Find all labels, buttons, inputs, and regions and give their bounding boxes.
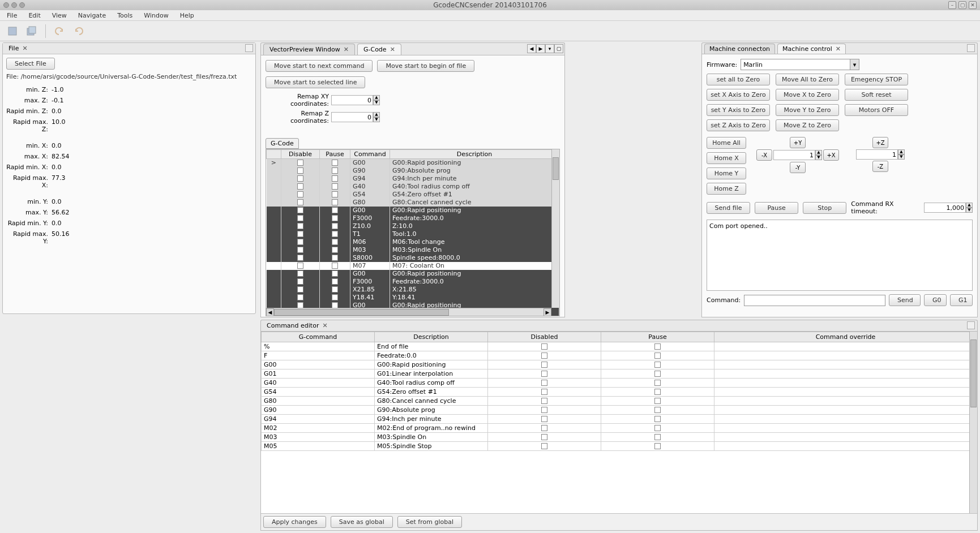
set-y-zero-button[interactable]: set Y Axis to Zero xyxy=(707,104,770,116)
save-as-global-button[interactable]: Save as global xyxy=(331,516,393,528)
editor-row[interactable]: G90 G90:Absolute prog xyxy=(262,406,977,415)
gcode-row[interactable]: S8000 Spindle speed:8000.0 xyxy=(267,254,559,262)
gcode-inner-tab[interactable]: G-Code xyxy=(266,138,299,149)
editor-override[interactable] xyxy=(714,433,977,442)
close-icon[interactable]: ✕ xyxy=(322,322,327,329)
disabled-checkbox[interactable] xyxy=(541,398,547,404)
disable-checkbox[interactable] xyxy=(297,183,303,190)
move-x-zero-button[interactable]: Move X to Zero xyxy=(776,89,839,101)
close-icon[interactable]: ✕ xyxy=(22,45,27,52)
editor-override[interactable] xyxy=(714,342,977,351)
pause-checkbox[interactable] xyxy=(654,343,661,350)
gcode-col-description[interactable]: Description xyxy=(390,150,559,159)
jog-minus-x-button[interactable]: -X xyxy=(756,149,772,161)
pause-checkbox[interactable] xyxy=(332,270,338,277)
spinner-down-icon[interactable]: ▼ xyxy=(815,155,822,160)
editor-override[interactable] xyxy=(714,397,977,406)
horizontal-scrollbar[interactable]: ◀ ▶ xyxy=(266,308,551,316)
pause-checkbox[interactable] xyxy=(654,425,661,431)
gcode-row[interactable]: M03 M03:Spindle On xyxy=(267,246,559,254)
close-icon[interactable]: ✕ xyxy=(390,46,395,53)
command-input[interactable] xyxy=(744,295,885,306)
pause-checkbox[interactable] xyxy=(332,255,338,261)
set-z-zero-button[interactable]: set Z Axis to Zero xyxy=(707,119,770,131)
firmware-select[interactable]: Marlin ▾ xyxy=(741,59,859,70)
pause-checkbox[interactable] xyxy=(332,286,338,293)
move-z-zero-button[interactable]: Move Z to Zero xyxy=(776,119,839,131)
set-all-zero-button[interactable]: set all to Zero xyxy=(707,74,770,85)
jog-minus-y-button[interactable]: -Y xyxy=(790,162,806,173)
disabled-checkbox[interactable] xyxy=(541,371,547,377)
gcode-col-pause[interactable]: Pause xyxy=(320,150,350,159)
pause-checkbox[interactable] xyxy=(332,247,338,253)
editor-override[interactable] xyxy=(714,351,977,360)
soft-reset-button[interactable]: Soft reset xyxy=(845,89,908,101)
editor-override[interactable] xyxy=(714,415,977,424)
window-close[interactable]: ✕ xyxy=(969,1,977,9)
editor-row[interactable]: % End of file xyxy=(262,342,977,351)
disabled-checkbox[interactable] xyxy=(541,353,547,359)
tab-machine-control[interactable]: Machine control✕ xyxy=(777,44,846,54)
tab-dropdown-icon[interactable]: ▾ xyxy=(545,44,554,53)
pause-checkbox[interactable] xyxy=(332,263,338,269)
disabled-checkbox[interactable] xyxy=(541,362,547,368)
editor-col-gcommand[interactable]: G-command xyxy=(262,332,375,342)
editor-override[interactable] xyxy=(714,388,977,397)
close-icon[interactable]: ✕ xyxy=(836,45,841,53)
save-all-icon[interactable] xyxy=(24,23,40,39)
move-start-selected-button[interactable]: Move start to selected line xyxy=(266,76,365,88)
gcode-row[interactable]: Z10.0 Z:10.0 xyxy=(267,222,559,230)
pause-checkbox[interactable] xyxy=(332,167,338,174)
menu-window[interactable]: Window xyxy=(139,11,173,20)
home-z-button[interactable]: Home Z xyxy=(707,183,746,195)
tab-nav-right-icon[interactable]: ▶ xyxy=(536,44,545,53)
editor-row[interactable]: G94 G94:Inch per minute xyxy=(262,415,977,424)
scroll-right-icon[interactable]: ▶ xyxy=(544,308,551,316)
disable-checkbox[interactable] xyxy=(297,207,303,213)
redo-icon[interactable] xyxy=(71,23,87,39)
disabled-checkbox[interactable] xyxy=(541,380,547,386)
save-icon[interactable] xyxy=(5,23,20,39)
pause-checkbox[interactable] xyxy=(654,389,661,395)
panel-restore-icon[interactable] xyxy=(245,44,253,52)
spinner-down-icon[interactable]: ▼ xyxy=(966,208,973,213)
gcode-row[interactable]: F3000 Feedrate:3000.0 xyxy=(267,214,559,222)
set-x-zero-button[interactable]: set X Axis to Zero xyxy=(707,89,770,101)
menu-file[interactable]: File xyxy=(2,11,22,20)
pause-checkbox[interactable] xyxy=(654,398,661,404)
pause-checkbox[interactable] xyxy=(654,380,661,386)
editor-row[interactable]: F Feedrate:0.0 xyxy=(262,351,977,360)
editor-col-override[interactable]: Command override xyxy=(714,332,977,342)
disable-checkbox[interactable] xyxy=(297,294,303,300)
editor-override[interactable] xyxy=(714,379,977,388)
pause-button[interactable]: Pause xyxy=(755,202,798,214)
menu-navigate[interactable]: Navigate xyxy=(74,11,110,20)
editor-override[interactable] xyxy=(714,406,977,415)
gcode-col-command[interactable]: Command xyxy=(350,150,390,159)
pause-checkbox[interactable] xyxy=(654,362,661,368)
jog-plus-x-button[interactable]: +X xyxy=(823,149,839,161)
pause-checkbox[interactable] xyxy=(332,231,338,237)
spinner-up-icon[interactable]: ▲ xyxy=(373,112,380,117)
move-start-begin-button[interactable]: Move start to begin of file xyxy=(377,60,474,72)
disable-checkbox[interactable] xyxy=(297,160,303,166)
timeout-input[interactable] xyxy=(924,203,966,213)
disable-checkbox[interactable] xyxy=(297,199,303,205)
gcode-row[interactable]: G94 G94:Inch per minute xyxy=(267,175,559,183)
pause-checkbox[interactable] xyxy=(332,223,338,229)
pause-checkbox[interactable] xyxy=(332,191,338,197)
menu-view[interactable]: View xyxy=(48,11,71,20)
emergency-stop-button[interactable]: Emegency STOP xyxy=(845,74,908,85)
pause-checkbox[interactable] xyxy=(332,175,338,182)
editor-row[interactable]: G01 G01:Linear interpolation xyxy=(262,369,977,379)
gcode-row[interactable]: M07 M07: Coolant On xyxy=(267,262,559,270)
jog-minus-z-button[interactable]: -Z xyxy=(872,161,888,172)
editor-row[interactable]: G00 G00:Rapid positioning xyxy=(262,360,977,369)
pause-checkbox[interactable] xyxy=(654,416,661,422)
vertical-scrollbar[interactable] xyxy=(551,149,559,308)
tab-machine-connection[interactable]: Machine connecton xyxy=(704,44,775,54)
pause-checkbox[interactable] xyxy=(332,199,338,205)
undo-icon[interactable] xyxy=(52,23,67,39)
apply-changes-button[interactable]: Apply changes xyxy=(263,516,326,528)
disable-checkbox[interactable] xyxy=(297,215,303,221)
